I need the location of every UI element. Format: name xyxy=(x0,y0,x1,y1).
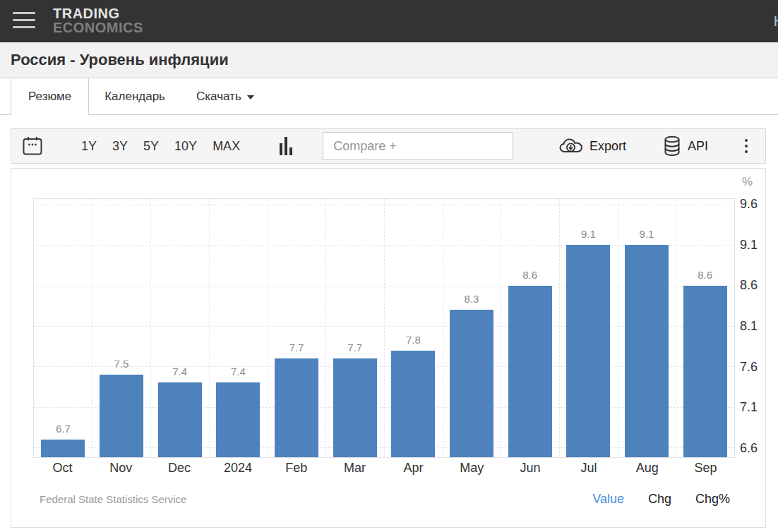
x-axis-label: May xyxy=(443,461,501,476)
tab-резюме[interactable]: Резюме xyxy=(11,78,89,115)
tab-календарь[interactable]: Календарь xyxy=(89,78,181,114)
plot-area[interactable]: 6.77.57.47.47.77.77.88.38.69.19.18.6 xyxy=(33,198,735,458)
tab-bar: РезюмеКалендарьСкачать xyxy=(0,78,778,115)
footer-link-chgpct[interactable]: Chg% xyxy=(695,492,730,507)
bar-value-label: 6.7 xyxy=(34,423,92,435)
export-button[interactable]: Export xyxy=(559,138,626,155)
bar-column: 7.7 xyxy=(268,199,326,457)
bar[interactable] xyxy=(158,382,202,457)
bar-value-label: 9.1 xyxy=(559,228,618,240)
x-axis-label: Apr xyxy=(384,461,443,476)
cloud-download-icon xyxy=(559,138,583,155)
header-partial-text[interactable]: К xyxy=(774,13,778,30)
footer-link-chg[interactable]: Chg xyxy=(648,492,671,507)
bar[interactable] xyxy=(450,310,493,457)
bar-column: 9.1 xyxy=(618,199,676,457)
calendar-icon[interactable] xyxy=(22,135,43,157)
page-title: Россия - Уровень инфляции xyxy=(11,51,229,69)
bar-value-label: 7.4 xyxy=(209,365,268,377)
toolbar-right: Export API xyxy=(559,135,765,157)
bar-column: 7.8 xyxy=(384,199,443,457)
x-axis-label: Dec xyxy=(150,461,209,476)
chevron-down-icon xyxy=(247,95,254,99)
hamburger-menu-icon[interactable] xyxy=(13,12,35,30)
tab-скачать[interactable]: Скачать xyxy=(181,78,270,114)
bar-value-label: 8.6 xyxy=(501,269,559,281)
export-label: Export xyxy=(590,139,626,154)
x-axis-label: Oct xyxy=(33,461,92,476)
bar[interactable] xyxy=(275,358,318,457)
bar[interactable] xyxy=(391,351,435,457)
bar-value-label: 7.7 xyxy=(325,341,384,353)
bar-column: 8.6 xyxy=(501,199,559,457)
y-tick-label: 6.6 xyxy=(740,441,758,456)
bar[interactable] xyxy=(508,286,552,457)
y-axis-unit-label: % xyxy=(742,175,753,189)
x-axis-label: Mar xyxy=(325,461,384,476)
x-axis-label: Sep xyxy=(676,461,735,476)
bar-value-label: 7.4 xyxy=(150,365,209,377)
range-button-max[interactable]: MAX xyxy=(205,139,248,154)
y-tick-label: 8.6 xyxy=(740,278,758,293)
x-axis-label: Feb xyxy=(267,461,325,476)
y-tick-label: 9.1 xyxy=(740,237,758,252)
x-axis-label: Aug xyxy=(618,461,676,476)
bar-column: 7.4 xyxy=(209,199,268,457)
bar-value-label: 7.5 xyxy=(92,358,151,370)
bar[interactable] xyxy=(216,382,260,457)
series-mode-links: ValueChgChg% xyxy=(568,492,730,507)
bar[interactable] xyxy=(100,375,143,457)
app-header: TRADING ECONOMICS К xyxy=(0,0,778,42)
kebab-menu-icon[interactable] xyxy=(745,138,748,155)
logo-line2: ECONOMICS xyxy=(53,20,143,35)
x-axis-label: Jul xyxy=(560,461,618,476)
api-label: API xyxy=(688,139,708,154)
title-strip: Россия - Уровень инфляции xyxy=(0,42,778,78)
y-tick-label: 7.1 xyxy=(740,400,758,415)
bar[interactable] xyxy=(625,245,669,457)
footer-link-value[interactable]: Value xyxy=(592,492,624,507)
bar-column: 7.5 xyxy=(92,199,151,457)
range-buttons: 1Y3Y5Y10YMAX xyxy=(73,139,248,154)
y-tick-label: 8.1 xyxy=(740,319,758,334)
bar-column: 8.6 xyxy=(676,199,734,457)
range-button-10y[interactable]: 10Y xyxy=(167,139,205,154)
api-button[interactable]: API xyxy=(663,135,708,157)
bar-column: 9.1 xyxy=(559,199,618,457)
source-attribution: Federal State Statistics Service xyxy=(40,493,186,505)
bar[interactable] xyxy=(41,440,85,457)
trading-economics-logo[interactable]: TRADING ECONOMICS xyxy=(53,6,143,35)
range-button-3y[interactable]: 3Y xyxy=(104,139,136,154)
y-axis-labels: 9.69.18.68.17.67.16.6 xyxy=(740,198,765,458)
bar-value-label: 9.1 xyxy=(618,228,676,240)
y-tick-label: 7.6 xyxy=(740,359,758,374)
range-button-5y[interactable]: 5Y xyxy=(136,139,167,154)
bar-value-label: 7.8 xyxy=(384,334,443,346)
logo-line1: TRADING xyxy=(53,6,143,20)
bar-value-label: 8.6 xyxy=(676,269,734,281)
bar[interactable] xyxy=(683,286,727,457)
database-icon xyxy=(663,135,681,157)
bar-value-label: 8.3 xyxy=(443,293,501,305)
compare-input[interactable] xyxy=(323,132,513,160)
y-tick-label: 9.6 xyxy=(740,197,758,212)
chart-card: % 6.77.57.47.47.77.77.88.38.69.19.18.6 9… xyxy=(11,168,766,528)
x-axis-labels: OctNovDec2024FebMarAprMayJunJulAugSep xyxy=(33,461,735,479)
x-axis-label: Nov xyxy=(92,461,150,476)
bar-column: 6.7 xyxy=(34,199,92,457)
bar-column: 8.3 xyxy=(443,199,501,457)
bar-value-label: 7.7 xyxy=(268,341,326,353)
bar-column: 7.4 xyxy=(150,199,209,457)
x-axis-label: 2024 xyxy=(209,461,268,476)
chart-toolbar: 1Y3Y5Y10YMAX Export API xyxy=(11,128,766,164)
bar-chart-icon[interactable] xyxy=(280,137,294,155)
bar[interactable] xyxy=(333,358,377,457)
range-button-1y[interactable]: 1Y xyxy=(73,139,104,154)
bar-column: 7.7 xyxy=(325,199,384,457)
bar[interactable] xyxy=(566,245,610,457)
x-axis-label: Jun xyxy=(501,461,560,476)
